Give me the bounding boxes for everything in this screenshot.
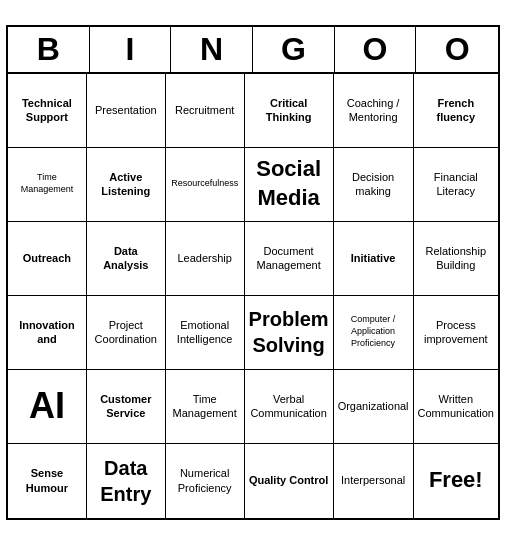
cell-text-5-1: Data Entry [91,455,161,507]
cell-0-4: Coaching / Mentoring [334,74,414,148]
cell-text-1-1: Active Listening [91,170,161,199]
cell-4-3: Verbal Communication [245,370,334,444]
cell-4-5: Written Communication [414,370,498,444]
cell-1-3: Social Media [245,148,334,222]
cell-2-0: Outreach [8,222,87,296]
cell-text-3-2: Emotional Intelligence [170,318,240,347]
cell-1-2: Resourcefulness [166,148,245,222]
cell-text-3-0: Innovation and [12,318,82,347]
cell-4-1: Customer Service [87,370,166,444]
cell-5-0: Sense Humour [8,444,87,518]
cell-2-2: Leadership [166,222,245,296]
bingo-grid: Technical SupportPresentationRecruitment… [8,74,498,518]
cell-0-5: French fluency [414,74,498,148]
cell-text-0-0: Technical Support [12,96,82,125]
header-letter-0: B [8,27,90,72]
cell-3-1: Project Coordination [87,296,166,370]
cell-3-4: Computer / Application Proficiency [334,296,414,370]
cell-3-0: Innovation and [8,296,87,370]
cell-2-1: Data Analysis [87,222,166,296]
cell-text-5-2: Numerical Proficiency [170,466,240,495]
cell-0-2: Recruitment [166,74,245,148]
cell-3-2: Emotional Intelligence [166,296,245,370]
cell-2-4: Initiative [334,222,414,296]
cell-0-0: Technical Support [8,74,87,148]
header-letter-3: G [253,27,335,72]
cell-text-2-1: Data Analysis [91,244,161,273]
cell-text-3-4: Computer / Application Proficiency [338,314,409,349]
cell-text-5-3: Quality Control [249,473,328,487]
cell-text-4-0: AI [29,383,65,430]
cell-text-4-3: Verbal Communication [249,392,329,421]
cell-text-4-4: Organizational [338,399,409,413]
cell-text-3-1: Project Coordination [91,318,161,347]
cell-0-3: Critical Thinking [245,74,334,148]
header-letter-5: O [416,27,498,72]
cell-text-5-5: Free! [429,466,483,495]
cell-text-3-5: Process improvement [418,318,494,347]
header-letter-1: I [90,27,172,72]
cell-text-1-4: Decision making [338,170,409,199]
cell-text-5-4: Interpersonal [341,473,405,487]
cell-text-1-3: Social Media [249,155,329,212]
cell-5-2: Numerical Proficiency [166,444,245,518]
cell-2-3: Document Management [245,222,334,296]
cell-4-0: AI [8,370,87,444]
cell-text-2-5: Relationship Building [418,244,494,273]
cell-3-5: Process improvement [414,296,498,370]
cell-text-0-5: French fluency [418,96,494,125]
cell-text-0-4: Coaching / Mentoring [338,96,409,125]
cell-text-4-2: Time Management [170,392,240,421]
bingo-card: BINGOO Technical SupportPresentationRecr… [6,25,500,520]
cell-text-1-2: Resourcefulness [171,178,238,190]
bingo-header: BINGOO [8,27,498,74]
header-letter-2: N [171,27,253,72]
cell-text-0-2: Recruitment [175,103,234,117]
cell-text-5-0: Sense Humour [12,466,82,495]
cell-text-3-3: Problem Solving [249,306,329,358]
cell-text-4-5: Written Communication [418,392,494,421]
cell-text-0-3: Critical Thinking [249,96,329,125]
cell-5-1: Data Entry [87,444,166,518]
cell-5-3: Quality Control [245,444,334,518]
cell-5-4: Interpersonal [334,444,414,518]
cell-1-4: Decision making [334,148,414,222]
cell-0-1: Presentation [87,74,166,148]
cell-1-1: Active Listening [87,148,166,222]
cell-text-1-0: Time Management [12,172,82,195]
cell-text-2-2: Leadership [177,251,231,265]
cell-3-3: Problem Solving [245,296,334,370]
cell-text-2-0: Outreach [23,251,71,265]
cell-4-2: Time Management [166,370,245,444]
cell-text-0-1: Presentation [95,103,157,117]
cell-text-4-1: Customer Service [91,392,161,421]
header-letter-4: O [335,27,417,72]
cell-text-2-4: Initiative [351,251,396,265]
cell-1-5: Financial Literacy [414,148,498,222]
cell-2-5: Relationship Building [414,222,498,296]
cell-4-4: Organizational [334,370,414,444]
cell-text-1-5: Financial Literacy [418,170,494,199]
cell-1-0: Time Management [8,148,87,222]
cell-5-5: Free! [414,444,498,518]
cell-text-2-3: Document Management [249,244,329,273]
